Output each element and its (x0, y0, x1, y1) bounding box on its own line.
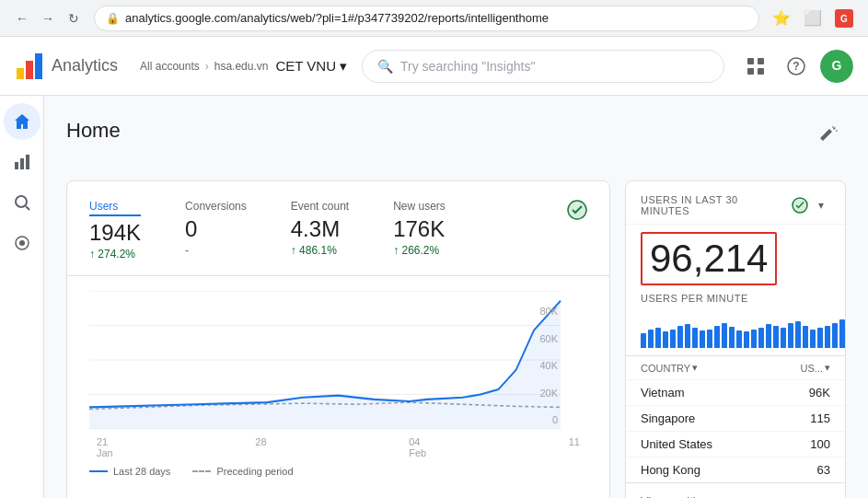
app-title: Analytics (52, 56, 118, 75)
legend-last28-label: Last 28 days (113, 466, 170, 477)
country-row-hongkong: Hong Kong 63 (626, 457, 845, 482)
breadcrumb-property: hsa.edu.vn (214, 60, 269, 73)
svg-point-16 (16, 196, 27, 207)
spark-bar (663, 331, 668, 348)
svg-rect-6 (758, 58, 764, 64)
lock-icon: 🔒 (106, 12, 120, 25)
country-table-header: COUNTRY ▾ US... ▾ (626, 355, 845, 379)
spark-bar (751, 330, 757, 348)
verified-icon (567, 200, 587, 225)
country-value-usa: 100 (810, 437, 830, 451)
sidebar-item-reports[interactable] (4, 144, 41, 180)
title-actions (813, 118, 846, 151)
country-name-hongkong: Hong Kong (641, 463, 817, 477)
bookmark-button[interactable]: ⭐ (769, 6, 794, 31)
spark-bar (788, 323, 793, 348)
sidebar-item-home[interactable] (4, 103, 41, 140)
app-bar-actions: ? G (739, 50, 853, 83)
country-name-vietnam: Vietnam (641, 386, 809, 400)
y-label-0: 0 (539, 414, 558, 425)
x-label-28: 28 (255, 436, 266, 458)
spark-bar (648, 330, 654, 348)
svg-rect-5 (747, 58, 754, 64)
realtime-panel: USERS IN LAST 30 MINUTES ▾ 96,214 USERS … (625, 180, 846, 498)
spark-bar (795, 321, 801, 348)
stat-newusers: New users 176K ↑ 266.2% (393, 200, 446, 257)
stat-users-label[interactable]: Users (89, 200, 141, 216)
y-label-40k: 40K (539, 360, 558, 371)
sidebar-item-explore[interactable] (4, 184, 41, 221)
users-col-header[interactable]: US... ▾ (801, 362, 830, 374)
breadcrumb-account[interactable]: All accounts (140, 60, 200, 73)
svg-rect-14 (20, 158, 24, 169)
country-col-header[interactable]: COUNTRY ▾ (641, 362, 801, 374)
search-bar[interactable]: 🔍 Try searching "Insights" (362, 50, 724, 83)
svg-marker-28 (89, 301, 561, 429)
realtime-footer: View realtime → (626, 482, 845, 498)
stat-events-change: ↑ 486.1% (291, 244, 349, 257)
user-avatar-button[interactable]: G (820, 50, 853, 83)
help-button[interactable]: ? (780, 50, 813, 83)
spark-bar (810, 330, 816, 348)
stat-newusers-change: ↑ 266.2% (393, 244, 446, 257)
x-label-04feb: 04Feb (409, 436, 426, 458)
back-button[interactable]: ← (11, 7, 33, 29)
country-value-vietnam: 96K (809, 386, 830, 400)
stats-row: Users 194K ↑ 274.2% Conversions 0 - Even… (67, 181, 609, 276)
legend-line-dashed (192, 470, 211, 472)
refresh-button[interactable]: ↻ (63, 7, 85, 29)
breadcrumb: All accounts › hsa.edu.vn CET VNU ▾ (140, 58, 347, 75)
country-value-hongkong: 63 (817, 463, 830, 477)
spark-bar (758, 328, 764, 348)
stat-events-value: 4.3M (291, 216, 349, 242)
breadcrumb-view-selector[interactable]: CET VNU ▾ (275, 58, 347, 75)
spark-bar (832, 323, 838, 348)
country-name-singapore: Singapore (641, 411, 810, 425)
svg-point-19 (19, 240, 25, 246)
country-row-vietnam: Vietnam 96K (626, 379, 845, 405)
users-per-minute-label: USERS PER MINUTE (626, 293, 845, 311)
country-value-singapore: 115 (810, 411, 830, 425)
x-label-11: 11 (569, 436, 580, 458)
svg-rect-7 (747, 68, 754, 75)
spark-bar (685, 324, 690, 348)
stat-conversions: Conversions 0 - (185, 200, 247, 257)
stat-events-label[interactable]: Event count (291, 200, 349, 213)
spark-bar (825, 326, 830, 348)
country-name-usa: United States (641, 437, 810, 451)
grid-menu-button[interactable] (739, 50, 772, 83)
spark-bar (722, 323, 727, 348)
realtime-header: USERS IN LAST 30 MINUTES ▾ (626, 181, 845, 225)
chart-legend: Last 28 days Preceding period (89, 458, 587, 492)
breadcrumb-view-name: CET VNU (275, 58, 336, 74)
sidebar-item-advertising[interactable] (4, 225, 41, 261)
stat-conversions-label[interactable]: Conversions (185, 200, 247, 213)
profile-button[interactable]: G (831, 6, 857, 31)
main-layout: Home Users 194K ↑ 274. (0, 96, 868, 498)
spark-bar (692, 328, 698, 348)
view-realtime-label: View realtime (641, 494, 712, 498)
realtime-dropdown-button[interactable]: ▾ (812, 196, 830, 214)
svg-rect-8 (758, 68, 764, 75)
spark-bar (781, 328, 786, 348)
realtime-header-text: USERS IN LAST 30 MINUTES (641, 194, 784, 216)
view-realtime-link[interactable]: View realtime → (641, 494, 830, 498)
forward-button[interactable]: → (37, 7, 59, 29)
realtime-header-actions: ▾ (792, 196, 830, 214)
spark-bar (839, 319, 845, 348)
spark-bar (641, 333, 646, 348)
extension-button[interactable]: ⬜ (800, 6, 826, 31)
legend-line-solid (89, 470, 108, 472)
chart-area: 80K 60K 40K 20K 0 (67, 276, 609, 498)
svg-text:?: ? (793, 60, 799, 73)
country-row-usa: United States 100 (626, 431, 845, 457)
magic-wand-button[interactable] (813, 118, 846, 151)
spark-bar (655, 328, 661, 348)
stat-newusers-label[interactable]: New users (393, 200, 446, 213)
stat-conversions-value: 0 (185, 216, 247, 242)
country-sort-icon: ▾ (692, 362, 698, 374)
stat-conversions-change: - (185, 244, 247, 257)
search-placeholder: Try searching "Insights" (400, 59, 535, 74)
spark-bar (670, 330, 676, 348)
address-bar[interactable]: 🔒 analytics.google.com/analytics/web/?pl… (94, 6, 759, 31)
